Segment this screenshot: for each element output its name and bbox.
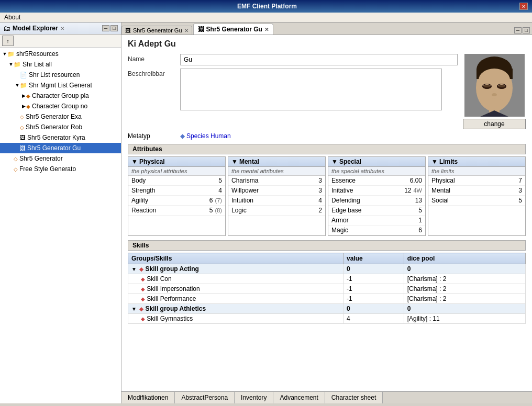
tree-item-shr5-gen-gu[interactable]: ▶ 🖼 Shr5 Generator Gu: [0, 143, 121, 153]
right-minimize-button[interactable]: ─: [514, 27, 522, 33]
maximize-button[interactable]: □: [110, 25, 118, 31]
skill-gymnastics[interactable]: ◆ Skill Gymnastics 4 [Agility] : 11: [128, 314, 526, 324]
tab-inventory[interactable]: Inventory: [235, 392, 273, 403]
tab-active[interactable]: 🖼 Shr5 Generator Gu ✕: [193, 24, 273, 35]
tree-item-char-group-no[interactable]: ▶ ◆ Character Group no: [0, 101, 121, 111]
editor-area: Ki Adept Gu Name Beschreibbar: [121, 35, 532, 391]
skill-impersonation[interactable]: ◆ Skill Impersonation -1 [Charisma] : 2: [128, 284, 526, 294]
col-value: value: [343, 253, 404, 264]
panel-header: 🗂 Model Explorer ✕ ─ □: [0, 22, 121, 35]
skill-performance[interactable]: ◆ Skill Performance -1 [Charisma] : 2: [128, 294, 526, 304]
attr-val: 12: [396, 187, 412, 194]
tab-close-icon[interactable]: ✕: [184, 28, 189, 33]
tab-first[interactable]: 🖼 Shr5 Generator Gu ✕: [121, 26, 192, 35]
metatyp-label: Metatyp: [128, 132, 180, 140]
avatar-image: [464, 54, 525, 117]
right-panel: 🖼 Shr5 Generator Gu ✕ 🖼 Shr5 Generator G…: [121, 22, 532, 403]
right-maximize-button[interactable]: □: [523, 27, 530, 33]
attr-magic: Magic 6: [328, 225, 425, 235]
tab-label: Shr5 Generator Gu: [206, 26, 262, 33]
skill-dice-pool: [Charisma] : 2: [404, 294, 525, 304]
tree-item-shr5-gen-rob[interactable]: ▶ ◇ Shr5 Generator Rob: [0, 122, 121, 132]
tab-close-icon[interactable]: ✕: [264, 27, 269, 32]
tab-icon: 🖼: [198, 26, 204, 33]
beschreibbar-label: Beschreibbar: [128, 69, 180, 77]
diamond-icon: ◆: [139, 306, 143, 312]
physical-desc: the physical attributes: [128, 167, 225, 176]
physical-label: Physical: [139, 158, 165, 165]
beschreibbar-input[interactable]: [180, 69, 442, 110]
change-button[interactable]: change: [463, 119, 526, 129]
limits-label: Limits: [439, 158, 458, 165]
attr-name: Physical: [431, 177, 506, 184]
bottom-tabs: Modifikationen AbstractPersona Inventory…: [121, 391, 532, 403]
tree-item-shr-mgmt[interactable]: ▼ 📁 Shr Mgmt List Generat: [0, 80, 121, 91]
expand-icon[interactable]: ▼: [15, 83, 20, 88]
about-menu[interactable]: About: [4, 14, 20, 21]
svg-point-9: [483, 85, 491, 89]
expand-icon: ▼: [131, 306, 137, 312]
skill-name: ◆ Skill Gymnastics: [128, 314, 343, 324]
image-icon: 🖼: [20, 145, 26, 151]
metatype-diamond-icon: ◆: [180, 132, 185, 140]
special-label: Special: [339, 158, 361, 165]
attr-extra: (7): [215, 197, 222, 204]
tree-label: Shr5 Generator Exa: [26, 113, 82, 120]
folder-icon: 📁: [14, 61, 21, 68]
panel-close-icon[interactable]: ✕: [60, 26, 64, 31]
attr-val: 6: [197, 197, 213, 204]
skill-value: -1: [343, 294, 404, 304]
attr-armor: Armor 1: [328, 216, 425, 225]
expand-icon[interactable]: ▶: [21, 104, 26, 109]
tab-abstract-persona[interactable]: AbstractPersona: [175, 392, 235, 403]
group-name: ▼ ◆ Skill group Athletics: [128, 304, 343, 314]
attr-val: 5: [206, 177, 222, 184]
attr-name: Defending: [331, 197, 406, 204]
physical-header[interactable]: ▼ Physical: [128, 157, 225, 167]
attr-val: 5: [506, 197, 522, 204]
tree-item-shr-list-resourcen[interactable]: ▶ 📄 Shr List resourcen: [0, 70, 121, 80]
skill-dice-pool: [Charisma] : 2: [404, 284, 525, 294]
tree-label: Shr5 Generator Gu: [27, 144, 81, 152]
skill-value: -1: [343, 274, 404, 284]
tree-label: Character Group no: [32, 103, 87, 110]
attr-name: Willpower: [231, 187, 306, 194]
skill-group-acting[interactable]: ▼ ◆ Skill group Acting 0 0: [128, 264, 526, 274]
tree-item-shr5-gen[interactable]: ▶ ◇ Shr5 Generator: [0, 153, 121, 164]
mental-header[interactable]: ▼ Mental: [228, 157, 325, 167]
tree-label: Free Style Generato: [19, 165, 76, 173]
group-dice-pool: 0: [404, 264, 525, 274]
attr-extra: 4W: [414, 187, 423, 194]
skill-group-athletics[interactable]: ▼ ◆ Skill group Athletics 0 0: [128, 304, 526, 314]
tab-character-sheet[interactable]: Character sheet: [325, 392, 383, 403]
tree-item-shr5-gen-kyra[interactable]: ▶ 🖼 Shr5 Generator Kyra: [0, 132, 121, 143]
minimize-button[interactable]: ─: [102, 25, 109, 31]
tree-item-char-group-pla[interactable]: ▶ ◆ Character Group pla: [0, 91, 121, 101]
attr-val: 7: [506, 177, 522, 184]
skill-con[interactable]: ◆ Skill Con -1 [Charisma] : 2: [128, 274, 526, 284]
attr-val: 4: [206, 187, 222, 194]
tree-item-shr-list-all[interactable]: ▼ 📁 Shr List all: [0, 59, 121, 70]
limits-header[interactable]: ▼ Limits: [428, 157, 525, 167]
attr-agility: Agility 6 (7): [128, 196, 225, 206]
svg-point-4: [479, 69, 510, 92]
attr-name: Social: [431, 197, 506, 204]
expand-icon[interactable]: ▼: [2, 51, 7, 57]
toolbar-up-button[interactable]: ↑: [2, 36, 14, 46]
tree-item-free-style-gen[interactable]: ▶ ◇ Free Style Generato: [0, 164, 121, 174]
tree-label: Shr List resourcen: [29, 71, 80, 78]
tab-modifikationen[interactable]: Modifikationen: [121, 392, 175, 403]
expand-icon[interactable]: ▶: [21, 93, 26, 98]
name-input[interactable]: [180, 54, 458, 65]
tree-item-shr5resources[interactable]: ▼ 📁 shr5Resources: [0, 49, 121, 59]
skill-dice-pool: [Charisma] : 2: [404, 274, 525, 284]
tab-advancement[interactable]: Advancement: [273, 392, 325, 403]
tree-item-shr5-gen-exa[interactable]: ▶ ◇ Shr5 Generator Exa: [0, 111, 121, 122]
attr-name: Essence: [331, 177, 406, 184]
expand-icon[interactable]: ▼: [8, 62, 14, 67]
diamond-icon: ◆: [26, 104, 30, 109]
metatype-link[interactable]: Species Human: [186, 132, 231, 140]
close-button[interactable]: ✕: [519, 3, 528, 10]
special-header[interactable]: ▼ Special: [328, 157, 425, 167]
special-desc: the special attributes: [328, 167, 425, 176]
